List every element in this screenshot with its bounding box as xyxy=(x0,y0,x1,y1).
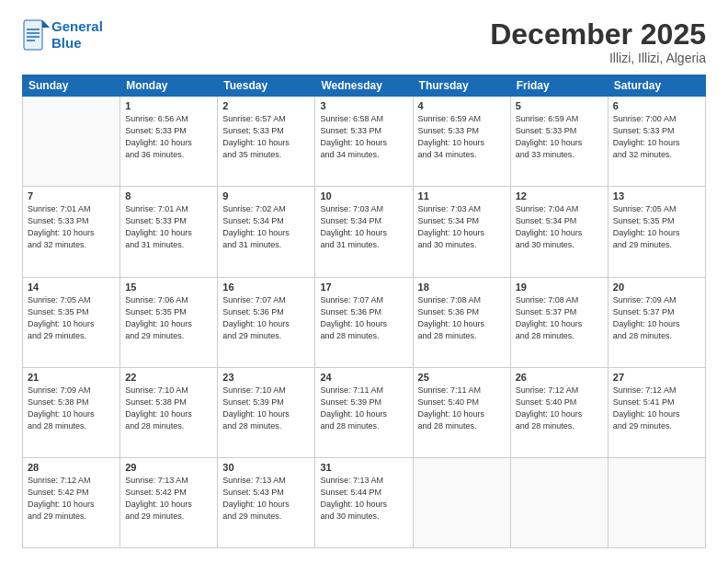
day-cell: 28Sunrise: 7:12 AM Sunset: 5:42 PM Dayli… xyxy=(23,457,120,547)
day-info: Sunrise: 7:13 AM Sunset: 5:44 PM Dayligh… xyxy=(320,475,407,523)
col-header-friday: Friday xyxy=(510,75,608,97)
day-info: Sunrise: 7:11 AM Sunset: 5:39 PM Dayligh… xyxy=(320,385,407,432)
page: General Blue December 2025 Illizi, Illiz… xyxy=(0,0,728,563)
day-number: 18 xyxy=(418,282,506,293)
header: General Blue December 2025 Illizi, Illiz… xyxy=(22,18,706,65)
day-cell: 27Sunrise: 7:12 AM Sunset: 5:41 PM Dayli… xyxy=(608,367,705,457)
day-info: Sunrise: 7:01 AM Sunset: 5:33 PM Dayligh… xyxy=(28,203,115,251)
day-cell: 20Sunrise: 7:09 AM Sunset: 5:37 PM Dayli… xyxy=(608,277,705,367)
location: Illizi, Illizi, Algeria xyxy=(490,51,706,65)
svg-rect-0 xyxy=(24,20,42,50)
calendar-header-row: SundayMondayTuesdayWednesdayThursdayFrid… xyxy=(23,75,706,97)
day-cell: 19Sunrise: 7:08 AM Sunset: 5:37 PM Dayli… xyxy=(510,277,608,367)
day-number: 21 xyxy=(28,372,115,383)
day-cell: 24Sunrise: 7:11 AM Sunset: 5:39 PM Dayli… xyxy=(315,367,413,457)
day-number: 7 xyxy=(28,190,115,201)
col-header-sunday: Sunday xyxy=(23,75,120,97)
day-cell: 15Sunrise: 7:06 AM Sunset: 5:35 PM Dayli… xyxy=(120,277,218,367)
day-number: 29 xyxy=(125,462,212,473)
col-header-monday: Monday xyxy=(120,75,218,97)
day-cell: 12Sunrise: 7:04 AM Sunset: 5:34 PM Dayli… xyxy=(510,187,608,277)
day-number: 12 xyxy=(516,190,603,201)
day-info: Sunrise: 7:03 AM Sunset: 5:34 PM Dayligh… xyxy=(418,203,506,251)
day-number: 13 xyxy=(613,190,700,201)
day-cell xyxy=(510,457,608,547)
day-number: 17 xyxy=(320,282,407,293)
day-info: Sunrise: 7:05 AM Sunset: 5:35 PM Dayligh… xyxy=(28,294,115,342)
day-cell xyxy=(23,97,120,187)
day-number: 16 xyxy=(222,282,310,293)
logo: General Blue xyxy=(22,18,103,52)
day-info: Sunrise: 7:01 AM Sunset: 5:33 PM Dayligh… xyxy=(125,203,212,251)
col-header-saturday: Saturday xyxy=(608,75,705,97)
day-cell: 9Sunrise: 7:02 AM Sunset: 5:34 PM Daylig… xyxy=(218,187,315,277)
day-number: 24 xyxy=(320,372,407,383)
day-cell: 23Sunrise: 7:10 AM Sunset: 5:39 PM Dayli… xyxy=(218,367,315,457)
day-info: Sunrise: 7:13 AM Sunset: 5:43 PM Dayligh… xyxy=(222,475,310,523)
day-info: Sunrise: 7:10 AM Sunset: 5:38 PM Dayligh… xyxy=(125,385,212,432)
day-info: Sunrise: 7:02 AM Sunset: 5:34 PM Dayligh… xyxy=(222,203,310,251)
week-row-2: 7Sunrise: 7:01 AM Sunset: 5:33 PM Daylig… xyxy=(23,187,706,277)
day-info: Sunrise: 7:12 AM Sunset: 5:42 PM Dayligh… xyxy=(28,475,115,523)
day-info: Sunrise: 7:08 AM Sunset: 5:36 PM Dayligh… xyxy=(418,294,506,342)
logo-icon xyxy=(22,18,51,52)
day-number: 1 xyxy=(125,100,212,111)
day-cell: 8Sunrise: 7:01 AM Sunset: 5:33 PM Daylig… xyxy=(120,187,218,277)
day-cell: 17Sunrise: 7:07 AM Sunset: 5:36 PM Dayli… xyxy=(315,277,413,367)
day-number: 27 xyxy=(613,372,700,383)
day-number: 3 xyxy=(320,100,407,111)
day-number: 19 xyxy=(516,282,603,293)
day-info: Sunrise: 7:06 AM Sunset: 5:35 PM Dayligh… xyxy=(125,294,212,342)
day-number: 22 xyxy=(125,372,212,383)
day-number: 23 xyxy=(222,372,310,383)
day-number: 14 xyxy=(28,282,115,293)
week-row-1: 1Sunrise: 6:56 AM Sunset: 5:33 PM Daylig… xyxy=(23,97,706,187)
day-info: Sunrise: 7:10 AM Sunset: 5:39 PM Dayligh… xyxy=(222,385,310,432)
day-cell xyxy=(608,457,705,547)
day-info: Sunrise: 7:12 AM Sunset: 5:41 PM Dayligh… xyxy=(613,385,700,432)
day-cell: 6Sunrise: 7:00 AM Sunset: 5:33 PM Daylig… xyxy=(608,97,705,187)
day-info: Sunrise: 7:07 AM Sunset: 5:36 PM Dayligh… xyxy=(320,294,407,342)
day-number: 8 xyxy=(125,190,212,201)
day-number: 28 xyxy=(28,462,115,473)
week-row-3: 14Sunrise: 7:05 AM Sunset: 5:35 PM Dayli… xyxy=(23,277,706,367)
day-cell: 10Sunrise: 7:03 AM Sunset: 5:34 PM Dayli… xyxy=(315,187,413,277)
day-number: 15 xyxy=(125,282,212,293)
day-info: Sunrise: 7:00 AM Sunset: 5:33 PM Dayligh… xyxy=(613,113,700,161)
logo-line2: Blue xyxy=(51,35,103,52)
day-cell: 7Sunrise: 7:01 AM Sunset: 5:33 PM Daylig… xyxy=(23,187,120,277)
month-title: December 2025 xyxy=(490,18,706,51)
day-info: Sunrise: 7:13 AM Sunset: 5:42 PM Dayligh… xyxy=(125,475,212,523)
col-header-tuesday: Tuesday xyxy=(218,75,315,97)
day-cell: 13Sunrise: 7:05 AM Sunset: 5:35 PM Dayli… xyxy=(608,187,705,277)
day-number: 30 xyxy=(222,462,310,473)
day-cell: 4Sunrise: 6:59 AM Sunset: 5:33 PM Daylig… xyxy=(413,97,510,187)
day-cell: 22Sunrise: 7:10 AM Sunset: 5:38 PM Dayli… xyxy=(120,367,218,457)
day-cell: 5Sunrise: 6:59 AM Sunset: 5:33 PM Daylig… xyxy=(510,97,608,187)
day-info: Sunrise: 7:04 AM Sunset: 5:34 PM Dayligh… xyxy=(516,203,603,251)
day-cell: 18Sunrise: 7:08 AM Sunset: 5:36 PM Dayli… xyxy=(413,277,510,367)
day-info: Sunrise: 7:12 AM Sunset: 5:40 PM Dayligh… xyxy=(516,385,603,432)
col-header-thursday: Thursday xyxy=(413,75,510,97)
day-cell: 21Sunrise: 7:09 AM Sunset: 5:38 PM Dayli… xyxy=(23,367,120,457)
day-info: Sunrise: 7:11 AM Sunset: 5:40 PM Dayligh… xyxy=(418,385,506,432)
day-cell: 30Sunrise: 7:13 AM Sunset: 5:43 PM Dayli… xyxy=(218,457,315,547)
day-info: Sunrise: 7:05 AM Sunset: 5:35 PM Dayligh… xyxy=(613,203,700,251)
day-number: 6 xyxy=(613,100,700,111)
day-cell: 16Sunrise: 7:07 AM Sunset: 5:36 PM Dayli… xyxy=(218,277,315,367)
day-info: Sunrise: 7:08 AM Sunset: 5:37 PM Dayligh… xyxy=(516,294,603,342)
day-number: 31 xyxy=(320,462,407,473)
day-number: 2 xyxy=(222,100,310,111)
day-info: Sunrise: 6:56 AM Sunset: 5:33 PM Dayligh… xyxy=(125,113,212,161)
day-number: 4 xyxy=(418,100,506,111)
day-number: 5 xyxy=(516,100,603,111)
day-cell: 31Sunrise: 7:13 AM Sunset: 5:44 PM Dayli… xyxy=(315,457,413,547)
day-info: Sunrise: 6:59 AM Sunset: 5:33 PM Dayligh… xyxy=(418,113,506,161)
day-cell: 1Sunrise: 6:56 AM Sunset: 5:33 PM Daylig… xyxy=(120,97,218,187)
day-info: Sunrise: 7:03 AM Sunset: 5:34 PM Dayligh… xyxy=(320,203,407,251)
day-number: 10 xyxy=(320,190,407,201)
day-number: 9 xyxy=(222,190,310,201)
day-number: 11 xyxy=(418,190,506,201)
day-cell: 3Sunrise: 6:58 AM Sunset: 5:33 PM Daylig… xyxy=(315,97,413,187)
week-row-4: 21Sunrise: 7:09 AM Sunset: 5:38 PM Dayli… xyxy=(23,367,706,457)
